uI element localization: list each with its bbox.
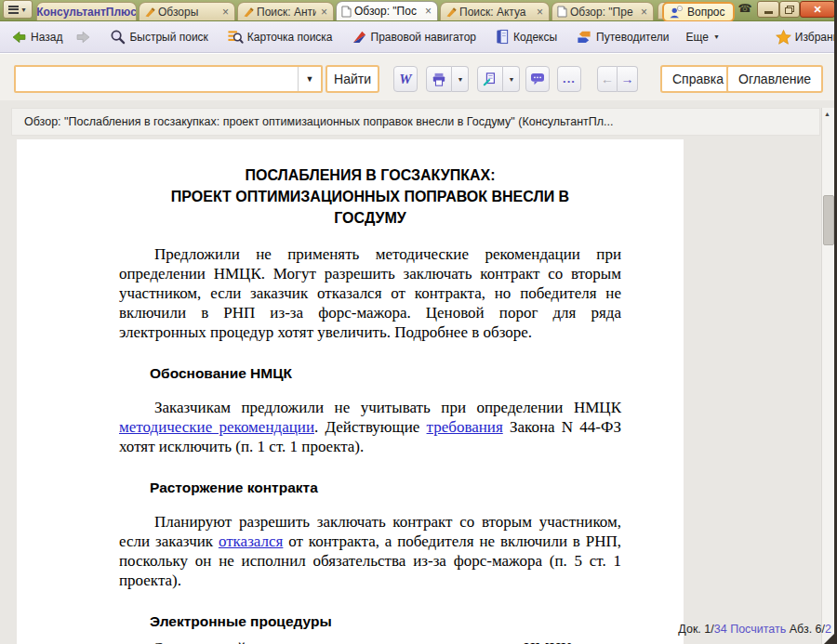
legal-navigator-label: Правовой навигатор <box>371 31 476 44</box>
search-card-icon <box>227 29 244 45</box>
tab-reviews[interactable]: Обзоры × <box>139 2 235 20</box>
more-label: Еще <box>685 31 708 44</box>
print-dropdown-button[interactable]: ▼ <box>452 66 469 92</box>
partial-paragraph: Электронный запрос котировок смогут пров… <box>119 638 621 644</box>
send-document-icon <box>483 72 498 86</box>
legal-navigator-button[interactable]: Правовой навигатор <box>348 26 480 47</box>
chevron-down-icon: ▼ <box>306 74 314 84</box>
scroll-up-icon[interactable]: ▲ <box>824 111 830 117</box>
paragraph-text: . Действующие <box>314 418 427 436</box>
intro-paragraph: Предложили не применять методические рек… <box>119 244 621 342</box>
document-title-line: ПРОЕКТ ОПТИМИЗАЦИОННЫХ ПОПРАВОК ВНЕСЛИ В <box>119 186 621 207</box>
back-arrow-icon <box>11 30 27 45</box>
tab-home[interactable]: КонсультантПлюс <box>36 2 137 20</box>
more-menu-button[interactable]: Еще ▼ <box>682 28 723 46</box>
book-icon <box>495 29 510 45</box>
favorites-label: Избранное <box>795 31 837 44</box>
close-icon[interactable]: × <box>536 7 544 17</box>
main-menu-button[interactable]: ▼ <box>3 0 33 19</box>
consultantplus-window: ▼ КонсультантПлюс Обзоры × Поиск: Анти ×… <box>0 0 837 644</box>
forward-arrow-icon <box>75 30 91 45</box>
minimize-icon <box>764 11 773 14</box>
section-heading-eprocedures: Электронные процедуры <box>150 613 621 630</box>
tab-label: КонсультантПлюс <box>36 6 137 19</box>
comment-button[interactable] <box>525 66 550 92</box>
pen-icon <box>445 7 457 18</box>
section-paragraph: Заказчикам предложили не учитывать при о… <box>119 398 621 456</box>
status-bar: Док. 1/34 Посчитать Абз. 6/2 <box>678 623 831 636</box>
search-icon <box>110 29 126 45</box>
tab-review-current[interactable]: Обзор: "Пос × <box>336 1 438 20</box>
section-heading-nmck: Обоснование НМЦК <box>150 365 621 382</box>
phone-icon[interactable]: ☎ <box>736 2 754 18</box>
paragraph-text: Заказчикам предложили не учитывать при о… <box>154 399 621 416</box>
close-button[interactable]: ✕ <box>800 1 835 18</box>
close-icon[interactable]: × <box>320 7 328 17</box>
tab-label: Обзор: "Пре <box>570 6 636 19</box>
tab-review-other[interactable]: Обзор: "Пре × <box>551 2 654 20</box>
main-toolbar: Назад Быстрый поиск Карточка поиска Прав… <box>0 21 837 53</box>
tab-label: Поиск: Анти <box>257 6 316 19</box>
chevron-down-icon: ▼ <box>20 7 27 13</box>
legal-navigator-pen-icon <box>352 29 367 45</box>
doc-forward-button[interactable]: → <box>618 66 638 92</box>
back-label: Назад <box>31 31 62 44</box>
document-title-line: ПОСЛАБЛЕНИЯ В ГОСЗАКУПКАХ: <box>119 164 621 186</box>
more-actions-button[interactable]: ... <box>557 66 581 92</box>
maximize-button[interactable] <box>779 1 800 18</box>
tab-search-anti[interactable]: Поиск: Анти × <box>237 2 334 20</box>
search-card-label: Карточка поиска <box>247 31 333 44</box>
search-card-button[interactable]: Карточка поиска <box>223 26 337 47</box>
search-row: ▼ Найти W ▼ ▼ .. <box>0 53 837 101</box>
question-button[interactable]: Вопрос <box>662 2 735 22</box>
count-paragraphs-link[interactable]: Посчитать <box>730 623 786 636</box>
close-icon[interactable]: × <box>424 7 432 16</box>
quick-search-button[interactable]: Быстрый поиск <box>106 26 211 47</box>
question-label: Вопрос <box>687 6 725 19</box>
back-button[interactable]: Назад <box>7 27 66 47</box>
vertical-scrollbar[interactable]: ▲ <box>821 108 834 644</box>
forward-button[interactable] <box>72 27 95 47</box>
minimize-button[interactable] <box>757 1 779 18</box>
send-document-button[interactable] <box>477 66 503 92</box>
section-heading-termination: Расторжение контракта <box>150 480 621 496</box>
document-header-bar: Обзор: "Послабления в госзакупках: проек… <box>11 108 820 136</box>
favorites-button[interactable]: Избранное ▼ <box>772 27 837 47</box>
search-dropdown-button[interactable]: ▼ <box>298 67 321 91</box>
doc-link-refused[interactable]: отказался <box>219 532 284 550</box>
chevron-down-icon: ▼ <box>509 76 515 83</box>
help-button[interactable]: Справка <box>660 65 736 93</box>
doc-count-label: Док. <box>678 623 701 636</box>
search-input[interactable] <box>16 67 298 91</box>
tab-search-actual[interactable]: Поиск: Актуа × <box>440 2 550 20</box>
export-word-button[interactable]: W <box>393 66 418 92</box>
scrollbar-thumb[interactable] <box>823 195 834 245</box>
window-corner-grip <box>824 634 834 644</box>
doc-count-total: 34 <box>714 623 727 636</box>
document-area: Обзор: "Послабления в госзакупках: проек… <box>0 100 837 644</box>
codes-button[interactable]: Кодексы <box>491 26 561 47</box>
contents-button[interactable]: Оглавление <box>726 65 823 93</box>
titlebar: ▼ КонсультантПлюс Обзоры × Поиск: Анти ×… <box>0 0 837 21</box>
codes-label: Кодексы <box>513 31 557 44</box>
quick-search-label: Быстрый поиск <box>129 31 207 44</box>
document-actions-bar: W ▼ ▼ ... ← <box>393 66 638 92</box>
close-icon[interactable]: × <box>221 7 230 17</box>
word-icon: W <box>399 72 411 87</box>
print-button[interactable] <box>426 66 452 92</box>
doc-back-button[interactable]: ← <box>597 66 618 92</box>
pen-icon <box>243 7 254 18</box>
send-button-group: ▼ <box>477 66 520 92</box>
section-paragraph: Планируют разрешить заключать контракт с… <box>119 512 621 590</box>
chevron-down-icon: ▼ <box>713 33 720 40</box>
person-question-icon <box>669 6 684 19</box>
send-dropdown-button[interactable]: ▼ <box>503 66 520 92</box>
find-button[interactable]: Найти <box>326 65 379 93</box>
guides-button[interactable]: Путеводители <box>572 26 672 47</box>
star-icon <box>776 30 791 45</box>
doc-link-method-recommendations[interactable]: методические рекомендации <box>119 418 314 436</box>
close-icon[interactable]: × <box>640 7 648 17</box>
doc-history-nav: ← → <box>597 66 638 92</box>
doc-link-requirements[interactable]: требования <box>427 418 503 436</box>
comment-bubble-icon <box>530 72 545 85</box>
